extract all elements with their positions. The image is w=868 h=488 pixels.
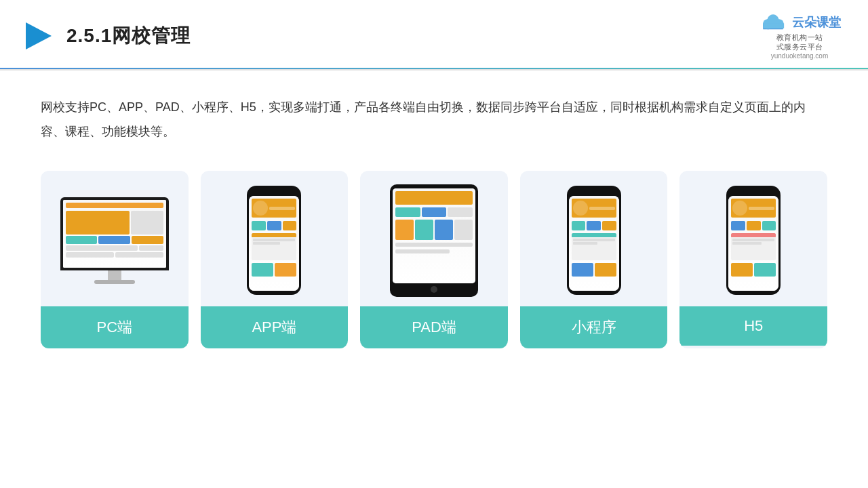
card-app: APP端 — [201, 171, 349, 348]
phone-screen-mini — [569, 196, 619, 291]
play-icon — [20, 18, 56, 54]
logo-name: 云朵课堂 — [792, 14, 841, 30]
description-text: 网校支持PC、APP、PAD、小程序、H5，实现多端打通，产品各终端自由切换，数… — [41, 95, 827, 144]
logo-area: 云朵课堂 教育机构一站式服务云平台 yunduoketang.com — [758, 12, 841, 60]
phone-notch — [264, 190, 284, 195]
card-miniprogram-label: 小程序 — [520, 306, 668, 348]
phone-mockup-mini — [567, 186, 621, 295]
pc-screen-inner — [63, 200, 166, 268]
logo-cloud: 云朵课堂 — [758, 12, 841, 33]
phone-screen-app — [249, 196, 299, 291]
card-miniprogram: 小程序 — [520, 171, 668, 348]
card-pc-image — [41, 171, 189, 306]
header-left: 2.5.1网校管理 — [20, 18, 191, 54]
card-pc-label: PC端 — [41, 306, 189, 348]
card-miniprogram-image — [520, 171, 668, 306]
main-content: 网校支持PC、APP、PAD、小程序、H5，实现多端打通，产品各终端自由切换，数… — [0, 70, 868, 369]
svg-rect-12 — [763, 23, 784, 28]
header: 2.5.1网校管理 云朵课堂 教育机 — [0, 0, 868, 70]
phone-screen-h5 — [728, 196, 778, 291]
phone-notch-mini — [584, 190, 604, 195]
pc-stand — [108, 270, 121, 280]
card-app-image — [201, 171, 349, 306]
tablet-screen — [393, 188, 475, 283]
card-pad-label: PAD端 — [360, 306, 508, 348]
pc-base — [94, 280, 135, 284]
phone-mockup-app — [247, 186, 301, 295]
logo-url: yunduoketang.com — [771, 52, 829, 60]
logo-tagline: 教育机构一站式服务云平台 — [776, 33, 823, 52]
phone-mockup-h5 — [726, 186, 781, 295]
card-h5-image — [679, 171, 827, 306]
cloud-icon — [758, 12, 788, 33]
svg-marker-0 — [26, 22, 52, 49]
page-title: 2.5.1网校管理 — [66, 23, 191, 49]
card-pad: PAD端 — [360, 171, 508, 348]
header-divider — [0, 68, 868, 69]
pc-screen-outer — [60, 197, 169, 270]
page-title-text: 2.5.1网校管理 — [66, 25, 191, 46]
card-pc: PC端 — [41, 171, 189, 348]
phone-notch-h5 — [743, 190, 764, 195]
tablet-home-button — [431, 286, 437, 293]
card-pad-image — [360, 171, 508, 306]
card-h5: H5 — [679, 171, 827, 348]
tablet-mockup — [390, 184, 478, 297]
pc-mockup — [60, 197, 169, 284]
cards-row: PC端 — [41, 171, 827, 348]
card-h5-label: H5 — [679, 306, 827, 346]
card-app-label: APP端 — [201, 306, 349, 348]
